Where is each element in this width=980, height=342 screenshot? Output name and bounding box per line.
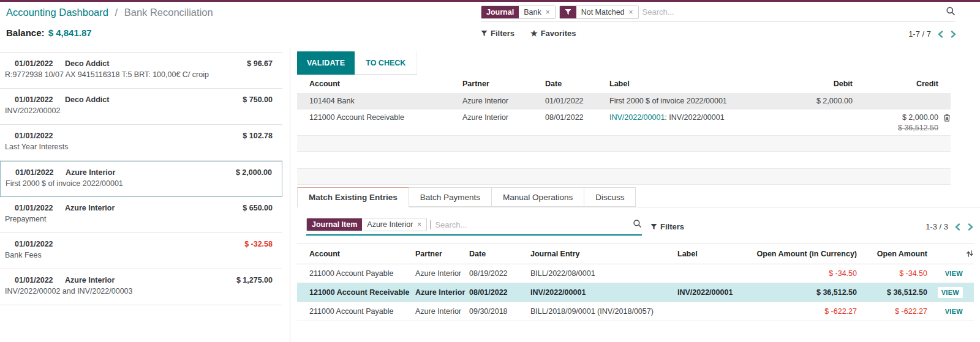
remove-facet-not-matched-icon[interactable]: × bbox=[629, 8, 633, 17]
statement-line-head: 01/01/2022 Deco Addict $ 96.67 bbox=[5, 59, 273, 68]
statement-line-amount: $ 1,275.00 bbox=[236, 276, 273, 284]
top-search-input[interactable] bbox=[643, 7, 942, 17]
statement-line[interactable]: 01/01/2022 Azure Interior $ 650.00 Prepa… bbox=[0, 197, 282, 233]
trash-icon[interactable] bbox=[943, 114, 951, 124]
column-header-label: Label bbox=[609, 80, 755, 88]
match-search-row: Journal Item Azure Interior × Filters bbox=[297, 218, 980, 236]
filters-button[interactable]: Filters bbox=[481, 29, 514, 38]
search-facet-not-matched: Not Matched × bbox=[559, 6, 639, 19]
pager-previous-icon[interactable] bbox=[937, 31, 944, 38]
cell-partner: Azure Interior bbox=[462, 97, 545, 105]
search-icon[interactable] bbox=[946, 6, 956, 18]
statement-line-label: R:9772938 10/07 AX 9415116318 T:5 BRT: 1… bbox=[5, 70, 273, 79]
validate-button[interactable]: VALIDATE bbox=[297, 51, 355, 75]
statement-line-head: 01/01/2022 Azure Interior $ 1,275.00 bbox=[5, 276, 273, 284]
filters-button-label: Filters bbox=[491, 29, 514, 38]
statement-line-date: 01/01/2022 bbox=[15, 132, 65, 140]
filter-icon bbox=[650, 223, 657, 230]
match-table-header: Account Partner Date Journal Entry Label… bbox=[297, 243, 974, 264]
statement-line-label: Last Year Interests bbox=[5, 143, 273, 151]
optional-columns-icon[interactable] bbox=[963, 250, 974, 258]
journal-entry-link[interactable]: INV/2022/00001 bbox=[609, 113, 665, 122]
reconcile-row[interactable]: 121000 Account Receivable Azure Interior… bbox=[297, 110, 951, 135]
statement-line[interactable]: 01/01/2022 Deco Addict $ 96.67 R:9772938… bbox=[0, 53, 282, 89]
view-button[interactable]: VIEW bbox=[938, 287, 963, 298]
match-filters-button[interactable]: Filters bbox=[650, 222, 684, 231]
pager-next-icon[interactable] bbox=[967, 223, 974, 231]
tab-batch-payments[interactable]: Batch Payments bbox=[409, 187, 492, 207]
cell-open-amount: $ -622.27 bbox=[857, 307, 927, 316]
search-facet-journal: Journal Bank × bbox=[481, 6, 556, 19]
statement-line-date: 01/01/2022 bbox=[15, 240, 65, 248]
statement-line-date: 01/01/2022 bbox=[15, 59, 65, 68]
pager-previous-icon[interactable] bbox=[954, 223, 961, 231]
cell-debit: $ 2,000.00 bbox=[755, 97, 853, 105]
cell-journal-entry: BILL/2022/08/0001 bbox=[530, 269, 677, 278]
statement-line-partner: Deco Addict bbox=[65, 59, 247, 68]
view-button[interactable]: VIEW bbox=[945, 308, 963, 315]
cell-date: 08/01/2022 bbox=[545, 113, 609, 122]
remove-facet-journal-item-icon[interactable]: × bbox=[417, 220, 421, 229]
reconcile-row[interactable]: 101404 Bank Azure Interior 01/01/2022 Fi… bbox=[297, 93, 951, 110]
cell-open-amount-currency: $ -622.27 bbox=[756, 307, 857, 316]
cell-open-amount: $ -34.50 bbox=[857, 269, 927, 278]
remove-facet-journal-icon[interactable]: × bbox=[546, 8, 550, 17]
column-header-account: Account bbox=[297, 80, 462, 88]
column-header-label: Label bbox=[677, 250, 756, 258]
cell-label: INV/2022/00001 bbox=[677, 288, 756, 297]
match-search-input[interactable] bbox=[435, 220, 629, 229]
top-brand-bar bbox=[0, 0, 980, 2]
tab-manual-operations[interactable]: Manual Operations bbox=[492, 187, 584, 207]
match-row[interactable]: 211000 Account Payable Azure Interior 08… bbox=[297, 264, 974, 283]
view-button[interactable]: VIEW bbox=[945, 270, 963, 277]
cell-label: First 2000 $ of invoice 2022/00001 bbox=[609, 97, 755, 105]
column-header-open-amount: Open Amount bbox=[857, 250, 927, 258]
statement-line-date: 01/01/2022 bbox=[15, 204, 65, 212]
match-pager: 1-3 / 3 bbox=[925, 222, 974, 231]
statement-line[interactable]: 01/01/2022 $ -32.58 Bank Fees bbox=[0, 233, 282, 269]
statement-pager-range: 1-7 / 7 bbox=[908, 29, 931, 39]
control-bar: Filters ★ Favorites bbox=[481, 29, 576, 38]
breadcrumb-accounting-dashboard[interactable]: Accounting Dashboard bbox=[6, 7, 108, 18]
cell-label: INV/2022/00001: INV/2022/00001 bbox=[609, 113, 755, 122]
search-facet-not-matched-value: Not Matched bbox=[581, 8, 625, 17]
statement-line[interactable]: 01/01/2022 Azure Interior $ 1,275.00 INV… bbox=[0, 269, 282, 305]
match-search-bar[interactable]: Journal Item Azure Interior × bbox=[306, 218, 642, 236]
statement-line-label: Bank Fees bbox=[5, 251, 273, 259]
tab-match-existing-entries[interactable]: Match Existing Entries bbox=[297, 187, 409, 207]
column-header-account: Account bbox=[297, 250, 415, 258]
statement-line-label: INV/2022/00002 and INV/2022/00003 bbox=[5, 287, 273, 296]
search-icon[interactable] bbox=[633, 219, 642, 231]
statement-pager: 1-7 / 7 bbox=[908, 29, 957, 39]
statement-line-date: 01/01/2022 bbox=[15, 168, 66, 177]
match-pager-range: 1-3 / 3 bbox=[925, 222, 948, 231]
column-header-partner: Partner bbox=[462, 80, 545, 88]
statement-line-head: 01/01/2022 Azure Interior $ 650.00 bbox=[5, 204, 273, 212]
statement-lines-panel: 01/01/2022 Deco Addict $ 96.67 R:9772938… bbox=[0, 52, 282, 342]
tab-discuss[interactable]: Discuss bbox=[584, 187, 636, 207]
breadcrumb-current: Bank Reconciliation bbox=[124, 7, 213, 18]
reconcile-table: Account Partner Date Label Debit Credit … bbox=[297, 76, 951, 185]
match-row-selected[interactable]: 121000 Account Receivable Azure Interior… bbox=[297, 283, 974, 302]
cell-date: 09/30/2018 bbox=[469, 307, 530, 316]
statement-line-selected[interactable]: 01/01/2022 Azure Interior $ 2,000.00 Fir… bbox=[0, 161, 282, 197]
search-facet-journal-value-box: Bank × bbox=[519, 6, 555, 18]
statement-line[interactable]: 01/01/2022 Deco Addict $ 750.00 INV/2022… bbox=[0, 89, 282, 125]
favorites-button[interactable]: ★ Favorites bbox=[530, 29, 576, 38]
statement-line[interactable]: 01/01/2022 $ 102.78 Last Year Interests bbox=[0, 125, 282, 161]
statement-line-amount: $ -32.58 bbox=[244, 240, 273, 248]
top-search-bar[interactable]: Journal Bank × Not Matched × bbox=[481, 5, 956, 22]
match-table: Account Partner Date Journal Entry Label… bbox=[297, 243, 974, 321]
statement-line-amount: $ 102.78 bbox=[243, 132, 273, 140]
cell-view: VIEW bbox=[927, 288, 963, 297]
column-header-date: Date bbox=[545, 80, 609, 88]
balance-amount: $ 4,841.87 bbox=[48, 28, 92, 38]
to-check-button[interactable]: TO CHECK bbox=[355, 51, 417, 75]
favorites-button-label: Favorites bbox=[541, 29, 576, 38]
cell-account: 121000 Account Receivable bbox=[297, 113, 462, 122]
statement-line-partner bbox=[65, 240, 244, 248]
search-facet-journal-label: Journal bbox=[481, 6, 519, 18]
pager-next-icon[interactable] bbox=[950, 31, 957, 38]
match-row[interactable]: 211000 Account Payable Azure Interior 09… bbox=[297, 302, 974, 321]
column-header-journal-entry: Journal Entry bbox=[530, 250, 677, 258]
